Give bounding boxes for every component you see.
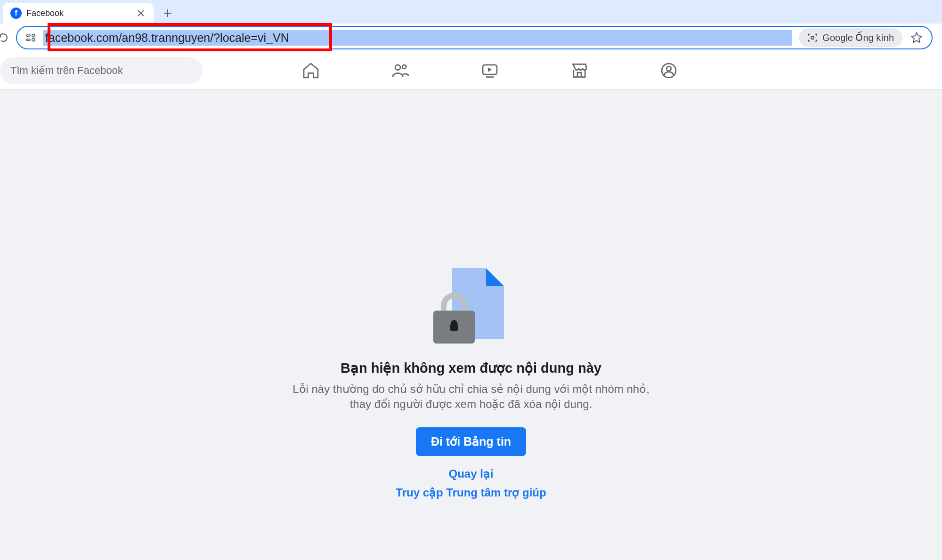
svg-point-10: [666, 66, 671, 71]
search-placeholder: Tìm kiếm trên Facebook: [10, 64, 123, 77]
new-tab-button[interactable]: [158, 4, 177, 23]
facebook-search-input[interactable]: Tìm kiếm trên Facebook: [0, 57, 203, 84]
friends-nav-icon[interactable]: [391, 61, 410, 80]
facebook-header: Tìm kiếm trên Facebook: [0, 52, 942, 89]
site-info-icon[interactable]: [24, 32, 37, 44]
marketplace-nav-icon[interactable]: [570, 61, 589, 80]
google-lens-chip[interactable]: Google Ống kính: [799, 28, 902, 47]
lens-icon: [807, 32, 818, 43]
bookmark-star-icon[interactable]: [909, 30, 924, 45]
browser-tab[interactable]: f Facebook: [3, 3, 154, 24]
svg-point-2: [32, 34, 35, 37]
video-nav-icon[interactable]: [480, 61, 499, 80]
svg-point-5: [395, 64, 400, 70]
close-tab-icon[interactable]: [136, 8, 146, 18]
svg-point-4: [811, 36, 814, 39]
go-back-link[interactable]: Quay lại: [448, 467, 493, 480]
go-to-newsfeed-button[interactable]: Đi tới Bảng tin: [416, 427, 526, 456]
address-bar[interactable]: facebook.com/an98.trannguyen/?locale=vi_…: [16, 26, 933, 49]
error-description: Lỗi này thường do chủ sở hữu chỉ chia sẻ…: [283, 382, 659, 412]
facebook-nav: [203, 61, 942, 80]
tab-title: Facebook: [26, 8, 131, 18]
url-text[interactable]: facebook.com/an98.trannguyen/?locale=vi_…: [43, 30, 792, 46]
svg-rect-0: [26, 35, 30, 36]
svg-point-3: [32, 39, 35, 41]
error-heading: Bạn hiện không xem được nội dung này: [341, 360, 601, 376]
groups-nav-icon[interactable]: [659, 61, 678, 80]
home-nav-icon[interactable]: [301, 61, 320, 80]
locked-content-icon: [433, 268, 509, 344]
svg-rect-1: [26, 39, 30, 40]
lens-label: Google Ống kính: [822, 32, 894, 43]
reload-icon[interactable]: [0, 31, 10, 45]
facebook-favicon-icon: f: [10, 8, 22, 19]
address-bar-container: facebook.com/an98.trannguyen/?locale=vi_…: [0, 24, 942, 52]
content-area: Bạn hiện không xem được nội dung này Lỗi…: [0, 89, 942, 560]
browser-tab-bar: f Facebook: [0, 0, 942, 24]
svg-point-6: [402, 64, 406, 68]
help-center-link[interactable]: Truy cập Trung tâm trợ giúp: [396, 486, 546, 499]
